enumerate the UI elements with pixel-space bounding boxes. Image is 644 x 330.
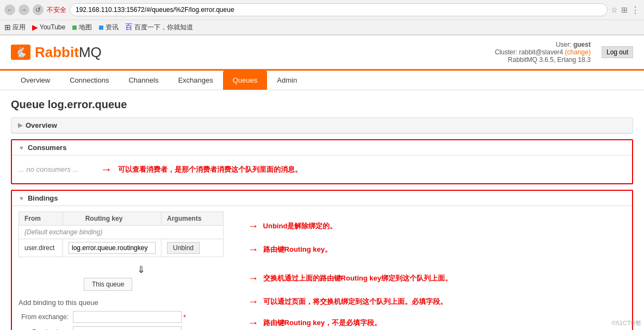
nav-connections[interactable]: Connections xyxy=(60,71,119,90)
queue-name: log.error.queue xyxy=(48,98,127,110)
bookmark-baidu[interactable]: 百 百度一下，你就知道 xyxy=(125,22,193,32)
bookmark-news-label: 资讯 xyxy=(106,23,119,32)
annotation-arrow-routing: → xyxy=(248,243,259,256)
bookmark-apps[interactable]: ⊞ 应用 xyxy=(4,23,26,32)
annotation-unbind: → Unbind是解除绑定的。 xyxy=(248,220,452,232)
rmq-logo-text: RabbitMQ xyxy=(35,44,102,61)
consumers-arrow-icon: → xyxy=(101,163,113,177)
unbind-button[interactable]: Unbind xyxy=(167,242,200,254)
main-nav: Overview Connections Channels Exchanges … xyxy=(0,71,644,90)
binding-routing-key-input[interactable] xyxy=(73,326,182,330)
from-exchange-input[interactable] xyxy=(73,311,182,323)
user-info: User: guest Cluster: rabbit@slaver4 (cha… xyxy=(495,41,591,64)
menu-icon: ⋮ xyxy=(631,5,640,15)
from-exchange-row: From exchange: * xyxy=(18,311,232,323)
col-from: From xyxy=(19,212,63,226)
default-binding-text: (Default exchange binding) xyxy=(19,226,224,239)
watermark: ©51CTO整 xyxy=(612,319,641,327)
nav-admin[interactable]: Admin xyxy=(267,71,307,90)
consumers-section-label: Consumers xyxy=(28,144,67,152)
bindings-section-body: From Routing key Arguments (Default exch… xyxy=(12,206,632,330)
overview-section-label: Overview xyxy=(26,121,57,129)
user-label: User: xyxy=(556,41,572,48)
annotation-routing-text: 路由键Routing key。 xyxy=(263,245,332,254)
annotation-binding-via-key: → 交换机通过上面的路由键Routing key绑定到这个队列上面。 xyxy=(248,272,452,284)
routing-key-row: Routing key: xyxy=(18,326,232,330)
consumers-body: ... no consumers ... → 可以查看消费者，是那个消费者消费这… xyxy=(18,161,626,178)
bindings-annotations-panel: → Unbind是解除绑定的。 → 路由键Routing key。 → 交换机通… xyxy=(248,211,452,330)
browser-chrome: ← → ↺ 不安全 ☆ ⊞ ⋮ ⊞ 应用 ▶ YouTube ◼ 地图 ◼ 资讯… xyxy=(0,0,644,35)
cluster-change-link[interactable]: (change) xyxy=(565,48,591,56)
rmq-logo: 🐇 RabbitMQ xyxy=(11,44,102,61)
bookmark-apps-label: 应用 xyxy=(13,23,26,32)
bindings-section-header[interactable]: ▼ Bindings xyxy=(12,191,632,206)
url-bar[interactable] xyxy=(70,3,608,16)
page-title: Queue log.error.queue xyxy=(11,98,633,111)
bookmark-youtube-label: YouTube xyxy=(40,23,65,31)
bookmark-youtube[interactable]: ▶ YouTube xyxy=(32,23,65,32)
bookmark-news[interactable]: ◼ 资讯 xyxy=(98,23,119,32)
overview-toggle-icon: ▶ xyxy=(18,122,22,129)
arrow-down-icon: ⇓ xyxy=(51,261,232,278)
binding-row: user.direct Unbind xyxy=(19,239,224,257)
nav-overview[interactable]: Overview xyxy=(11,71,60,90)
from-exchange-label: From exchange: xyxy=(18,313,73,321)
reload-button[interactable]: ↺ xyxy=(33,4,44,15)
baidu-icon: 百 xyxy=(125,22,133,32)
map-icon: ◼ xyxy=(72,23,77,31)
overview-section: ▶ Overview xyxy=(11,117,633,134)
col-routing-key: Routing key xyxy=(63,212,162,226)
annotation-routing-key: → 路由键Routing key。 xyxy=(248,243,452,256)
bookmark-icon: ☆ xyxy=(611,5,618,14)
bindings-left-panel: From Routing key Arguments (Default exch… xyxy=(18,211,232,330)
nav-channels[interactable]: Channels xyxy=(119,71,168,90)
extensions-icon: ⊞ xyxy=(621,5,628,14)
bookmark-map-label: 地图 xyxy=(79,23,92,32)
consumers-section-header[interactable]: ▼ Consumers xyxy=(12,140,632,155)
apps-icon: ⊞ xyxy=(4,23,11,32)
page-content: Queue log.error.queue ▶ Overview ▼ Consu… xyxy=(0,90,644,330)
add-binding-form: Add binding to this queue From exchange:… xyxy=(18,298,232,330)
annotation-add-binding: → 可以通过页面，将交换机绑定到这个队列上面。必填字段。 xyxy=(248,295,452,308)
user-name: guest xyxy=(573,41,591,48)
annotation-add-text: 可以通过页面，将交换机绑定到这个队列上面。必填字段。 xyxy=(263,297,447,307)
bookmark-map[interactable]: ◼ 地图 xyxy=(72,23,92,32)
browser-bookmarks: ⊞ 应用 ▶ YouTube ◼ 地图 ◼ 资讯 百 百度一下，你就知道 xyxy=(0,20,644,35)
consumers-annotation: 可以查看消费者，是那个消费者消费这个队列里面的消息。 xyxy=(118,165,302,175)
no-consumers-text: ... no consumers ... xyxy=(18,161,79,178)
bookmark-baidu-label: 百度一下，你就知道 xyxy=(134,23,193,32)
annotation-opt-text: 路由键Routing key，不是必填字段。 xyxy=(263,318,381,328)
bindings-table: From Routing key Arguments (Default exch… xyxy=(18,211,224,257)
consumers-section-body: ... no consumers ... → 可以查看消费者，是那个消费者消费这… xyxy=(12,155,632,183)
col-arguments: Arguments xyxy=(162,212,224,226)
routing-key-input[interactable] xyxy=(69,242,156,254)
annotation-arrow-unbind: → xyxy=(248,220,259,232)
overview-section-header[interactable]: ▶ Overview xyxy=(11,118,633,133)
binding-from: user.direct xyxy=(19,239,63,257)
news-icon: ◼ xyxy=(98,23,104,31)
nav-queues[interactable]: Queues xyxy=(223,71,268,90)
annotation-routing-optional: → 路由键Routing key，不是必填字段。 xyxy=(248,316,452,329)
nav-exchanges[interactable]: Exchanges xyxy=(168,71,222,90)
this-queue-box: This queue xyxy=(84,278,132,291)
cluster-value: rabbit@slaver4 xyxy=(519,48,563,56)
browser-toolbar: ← → ↺ 不安全 ☆ ⊞ ⋮ xyxy=(0,0,644,20)
consumers-toggle-icon: ▼ xyxy=(18,145,24,151)
default-binding-row: (Default exchange binding) xyxy=(19,226,224,239)
binding-arguments: Unbind xyxy=(162,239,224,257)
annotation-arrow-opt: → xyxy=(248,316,259,329)
bindings-section: ▼ Bindings From Routing key Arguments xyxy=(11,190,633,330)
version-info: RabbitMQ 3.6.5, Erlang 18.3 xyxy=(508,56,591,64)
add-binding-title: Add binding to this queue xyxy=(18,298,232,307)
secure-label: 不安全 xyxy=(47,5,66,15)
binding-routing-key xyxy=(63,239,162,257)
forward-button[interactable]: → xyxy=(18,4,29,15)
logout-button[interactable]: Log out xyxy=(602,46,633,58)
rmq-header: 🐇 RabbitMQ User: guest Cluster: rabbit@s… xyxy=(0,35,644,71)
youtube-icon: ▶ xyxy=(32,23,38,32)
rmq-logo-icon: 🐇 xyxy=(11,45,30,60)
required-star-from: * xyxy=(183,313,186,321)
annotation-arrow-via: → xyxy=(248,272,259,284)
back-button[interactable]: ← xyxy=(4,4,15,15)
annotation-unbind-text: Unbind是解除绑定的。 xyxy=(263,221,337,231)
